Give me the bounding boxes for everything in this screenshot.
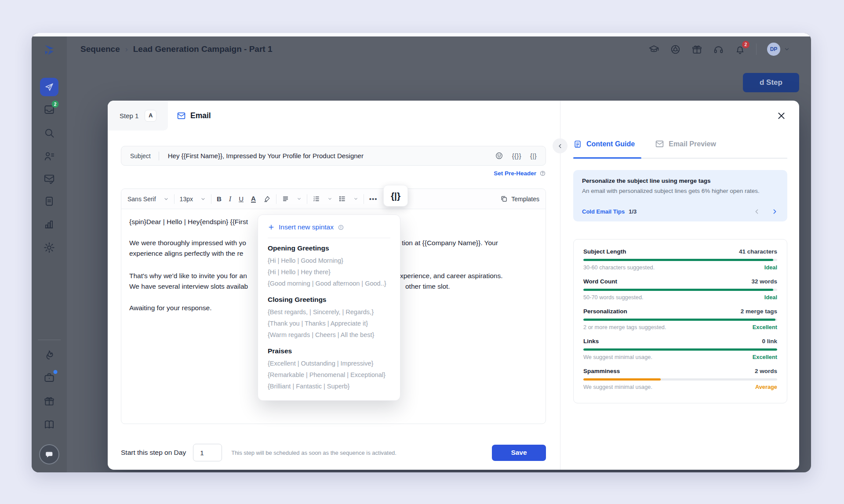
app-window: 2 — [32, 33, 811, 472]
sidebar-item-email-verification[interactable] — [44, 173, 55, 185]
editor-line: experience aligns perfectly with the re — [129, 250, 243, 257]
sidebar-item-resources[interactable] — [44, 419, 55, 431]
preheader-row: Set Pre-Header — [121, 170, 546, 177]
document-icon — [44, 196, 55, 207]
spintax-option[interactable]: {Remarkable | Phenomenal | Exceptional} — [268, 369, 390, 381]
font-color-button[interactable]: A — [251, 195, 256, 203]
prev-tip-icon[interactable] — [753, 208, 760, 215]
align-left-icon — [282, 195, 289, 203]
day-input[interactable] — [193, 444, 222, 461]
collapse-panel-button[interactable] — [553, 138, 568, 153]
editor-line: We have several interview slots availab — [129, 283, 248, 290]
sidebar-item-reports[interactable] — [44, 218, 55, 230]
font-size-value: 13px — [180, 196, 193, 203]
channel-header: Email — [177, 101, 211, 131]
font-family-value: Sans Serif — [127, 196, 156, 203]
sidebar-item-rewards[interactable] — [44, 395, 55, 407]
italic-button[interactable]: I — [229, 195, 231, 203]
editor-line: xperience, and career aspirations. — [400, 272, 503, 280]
tab-email-preview[interactable]: Email Preview — [655, 139, 716, 149]
help-icon[interactable] — [539, 170, 546, 177]
bold-button[interactable]: B — [217, 195, 222, 203]
metric-value: 2 merge tags — [741, 308, 777, 315]
chevron-down-icon — [164, 196, 169, 202]
spintax-option[interactable]: {Hi | Hello | Good Morning} — [268, 255, 390, 266]
notification-badge: 2 — [742, 41, 749, 48]
book-icon — [44, 419, 55, 431]
variant-badge[interactable]: A — [145, 110, 156, 122]
spintax-section: Praises {Excellent | Outstanding | Impre… — [268, 347, 390, 392]
avatar: DP — [767, 43, 780, 56]
plus-icon — [268, 224, 275, 231]
schedule-note: This step will be scheduled as soon as t… — [231, 450, 397, 456]
spintax-toolbar-button[interactable]: {|} — [383, 185, 408, 207]
extension-icon[interactable] — [670, 44, 681, 55]
sidebar-item-deals[interactable] — [44, 372, 55, 384]
templates-icon — [500, 195, 508, 203]
metric-status: Average — [755, 384, 777, 390]
font-family-select[interactable]: Sans Serif — [127, 196, 169, 203]
sidebar-item-settings[interactable] — [44, 242, 55, 254]
editor-line: {spin}Dear | Hello | Hey{endspin} {{Firs… — [129, 218, 248, 226]
add-step-button-partial[interactable]: d Step — [743, 73, 799, 92]
bar-chart-icon — [44, 218, 55, 230]
step-label: Step 1 — [120, 112, 138, 120]
spintax-option[interactable]: {Warm regards | Cheers | All the best} — [268, 329, 390, 341]
spintax-option[interactable]: {Good morning | Good afternoon | Good..} — [268, 278, 390, 289]
more-tools-button[interactable]: ••• — [369, 195, 378, 203]
spintax-option[interactable]: {Excellent | Outstanding | Impressive} — [268, 358, 390, 369]
sidebar-item-warmup[interactable] — [44, 349, 55, 361]
metric-value: 0 link — [762, 338, 777, 344]
spintax-option[interactable]: {Hi | Hello | Hey there} — [268, 266, 390, 278]
emoji-icon[interactable] — [495, 152, 503, 160]
sidebar-item-sequences[interactable] — [40, 78, 58, 96]
academy-icon[interactable] — [648, 44, 659, 55]
gift-icon[interactable] — [691, 44, 702, 55]
gift-icon — [44, 395, 55, 407]
tab-content-guide[interactable]: Content Guide — [573, 139, 635, 149]
briefcase-icon — [44, 372, 55, 384]
highlight-button[interactable] — [263, 195, 271, 203]
templates-label: Templates — [511, 196, 539, 203]
sidebar-item-prospects[interactable] — [44, 150, 55, 162]
set-preheader-link[interactable]: Set Pre-Header — [494, 170, 536, 177]
sidebar-item-inbox[interactable]: 2 — [44, 104, 55, 116]
font-size-select[interactable]: 13px — [180, 196, 206, 203]
chat-widget-button[interactable] — [39, 444, 59, 464]
align-select[interactable] — [282, 195, 302, 203]
save-button[interactable]: Save — [492, 445, 546, 461]
notifications-button[interactable]: 2 — [735, 44, 746, 55]
account-menu[interactable]: DP — [767, 43, 790, 56]
subject-input[interactable]: Hey {{First Name}}, Impressed by Your Pr… — [168, 152, 364, 160]
info-icon — [338, 224, 344, 231]
step-editor-modal: Step 1 A Email Subject Hey {{First Name}… — [108, 101, 799, 470]
sidebar-item-search[interactable] — [44, 127, 55, 139]
breadcrumb-separator: › — [125, 45, 128, 54]
sidebar-divider — [38, 340, 61, 340]
breadcrumb-root[interactable]: Sequence — [80, 44, 120, 54]
next-tip-icon[interactable] — [771, 208, 779, 215]
paper-plane-icon — [44, 82, 54, 92]
spintax-option[interactable]: {Brilliant | Fantastic | Superb} — [268, 381, 390, 392]
spintax-button[interactable]: {|} — [530, 152, 537, 160]
metric-status: Excellent — [753, 354, 777, 360]
spintax-option[interactable]: {Best regards, | Sincerely, | Regards,} — [268, 306, 390, 318]
insert-new-spintax[interactable]: Insert new spintax — [268, 223, 390, 231]
sidebar-item-templates[interactable] — [44, 196, 55, 207]
tip-card: Personalize the subject line using merge… — [573, 170, 787, 221]
metric-status: Excellent — [753, 324, 777, 330]
tips-counter: 1/3 — [629, 208, 637, 215]
headset-icon[interactable] — [713, 44, 724, 55]
spintax-option[interactable]: {Thank you | Thanks | Appreciate it} — [268, 318, 390, 329]
merge-tag-button[interactable]: {{}} — [512, 152, 521, 160]
bullet-list-select[interactable] — [338, 195, 358, 203]
metric-status: Ideal — [764, 294, 777, 301]
content-guide-panel: Content Guide Email Preview Personalize … — [560, 101, 799, 470]
ordered-list-select[interactable] — [313, 195, 332, 203]
templates-button[interactable]: Templates — [500, 195, 539, 203]
topbar-divider — [756, 44, 757, 55]
chevron-down-icon — [327, 196, 332, 201]
metric-subject-length: Subject Length41 characters 30-60 charac… — [583, 248, 777, 271]
breadcrumb: Sequence › Lead Generation Campaign - Pa… — [80, 44, 273, 54]
underline-button[interactable]: U — [239, 195, 244, 203]
